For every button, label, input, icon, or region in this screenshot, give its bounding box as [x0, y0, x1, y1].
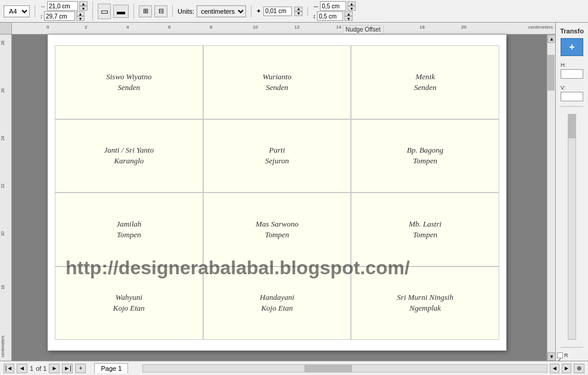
label-text-3: Janti / Sri YantoKaranglo	[104, 145, 154, 166]
ruler-h-8: 8	[210, 24, 212, 30]
label-cell-10[interactable]: HandayaniKojo Etan	[203, 266, 351, 340]
h-scroll-thumb[interactable]	[304, 365, 352, 372]
add-btn[interactable]: +	[561, 38, 583, 56]
nudge-y-down[interactable]: ▼	[344, 16, 353, 21]
nudge-x-arrows: ▲ ▼	[347, 1, 356, 11]
label-text-10: HandayaniKojo Etan	[260, 292, 294, 314]
h-input[interactable]	[561, 69, 583, 79]
nudge-y-up[interactable]: ▲	[344, 11, 353, 16]
label-cell-6[interactable]: JamilahTompen	[55, 193, 203, 266]
first-page-btn[interactable]: |◄	[4, 364, 14, 373]
ruler-left-ticks: 28 26 24 22 20 18 centimeters	[0, 35, 12, 375]
canvas-area: 0 2 4 6 8 10 12 14 16 18 20 centimeters …	[12, 23, 555, 375]
nudge-xy-box: ↔ ▲ ▼ ↕ ▲ ▼	[313, 1, 356, 21]
label-text-1: WuriantoSenden	[263, 72, 291, 93]
portrait-btn[interactable]: ▭	[98, 4, 111, 19]
scroll-up-btn[interactable]: ▲	[547, 35, 555, 43]
nudge-group: ✦ ▲ ▼	[256, 7, 308, 16]
width-up-arrow[interactable]: ▲	[79, 1, 88, 6]
panel-scroll-thumb[interactable]	[568, 114, 575, 138]
label-text-8: Mb. LastriTompen	[409, 219, 441, 240]
canvas-vscrollbar[interactable]: ▲ ▼	[547, 35, 555, 361]
height-up-arrow[interactable]: ▲	[76, 11, 85, 16]
label-text-7: Mas SarwonoTompen	[256, 219, 298, 240]
label-cell-9[interactable]: WahyuniKojo Etan	[55, 266, 203, 340]
v-input[interactable]	[561, 92, 583, 101]
main-area: 28 26 24 22 20 18 centimeters 0 2 4 6 8 …	[0, 23, 588, 375]
label-text-4: PartiSejuron	[265, 145, 289, 166]
label-text-6: JamilahTompen	[116, 219, 141, 240]
ruler-left-24: 24	[1, 136, 5, 141]
landscape-btn[interactable]: ▬	[113, 5, 129, 18]
panel-divider2	[561, 347, 583, 348]
ruler-h-4: 4	[126, 24, 129, 30]
scroll-thumb[interactable]	[547, 55, 555, 91]
cm-label-top: centimeters	[528, 24, 553, 30]
dimensions-group: ↔ ▲ ▼ ↕ ▲ ▼	[40, 1, 93, 21]
nudge-up-arrow[interactable]: ▲	[294, 7, 303, 11]
height-down-arrow[interactable]: ▼	[76, 16, 85, 21]
ruler-left: 28 26 24 22 20 18 centimeters	[0, 23, 12, 375]
label-text-9: WahyuniKojo Etan	[113, 292, 145, 314]
total-pages: of 1	[36, 365, 46, 372]
next-page-btn[interactable]: ►	[49, 364, 60, 373]
units-select[interactable]: centimeters	[197, 5, 246, 17]
zoom-fit-btn[interactable]: ⊕	[574, 364, 584, 373]
label-cell-3[interactable]: Janti / Sri YantoKaranglo	[55, 119, 203, 193]
last-page-btn[interactable]: ►|	[62, 364, 73, 373]
height-arrows: ▲ ▼	[76, 11, 85, 21]
v-label: V:	[561, 85, 583, 91]
page-orient-group: ▭ ▬	[98, 4, 134, 19]
ruler-h-6: 6	[168, 24, 170, 30]
prev-page-btn[interactable]: ◄	[17, 364, 27, 373]
checkbox-r[interactable]	[557, 352, 563, 358]
units-group: Units: centimeters	[178, 5, 251, 17]
width-input[interactable]	[47, 1, 78, 11]
right-panel: Transfo + H: V: R	[555, 23, 588, 375]
h-field: H:	[561, 62, 583, 79]
nudge-x-up[interactable]: ▲	[347, 1, 356, 6]
scroll-track[interactable]	[547, 43, 555, 352]
nudge-x-down[interactable]: ▼	[347, 6, 356, 11]
label-cell-8[interactable]: Mb. LastriTompen	[351, 193, 499, 266]
cm-label-side: centimeters	[1, 336, 5, 357]
checkbox-r-label: R	[564, 352, 568, 358]
page-size-group: A4	[4, 5, 35, 17]
add-page-btn[interactable]: +	[75, 364, 86, 373]
panel-vscrollbar[interactable]	[568, 114, 576, 340]
nudge-x-input[interactable]	[320, 1, 346, 11]
scroll-down-btn[interactable]: ▼	[547, 352, 555, 361]
ruler-left-26: 26	[1, 88, 5, 93]
nudge-y-input[interactable]	[317, 11, 343, 21]
status-bar: |◄ ◄ 1 of 1 ► ►| + Page 1 ◄ ► ⊕	[0, 361, 588, 375]
zoom-in-btn[interactable]: ►	[562, 364, 571, 373]
width-down-arrow[interactable]: ▼	[79, 6, 88, 11]
zoom-out-btn[interactable]: ◄	[550, 364, 559, 373]
h-scrollbar[interactable]	[142, 364, 547, 373]
nudge-arrows: ▲ ▼	[294, 7, 303, 16]
label-cell-7[interactable]: Mas SarwonoTompen	[203, 193, 351, 266]
width-row: ↔ ▲ ▼	[40, 1, 88, 11]
width-arrows: ▲ ▼	[79, 1, 88, 11]
ruler-h-10: 10	[253, 24, 258, 30]
height-row: ↕ ▲ ▼	[40, 11, 88, 21]
label-cell-5[interactable]: Bp. BagongTompen	[351, 119, 499, 193]
label-text-2: MenikSenden	[414, 72, 437, 93]
page-tab[interactable]: Page 1	[94, 363, 128, 373]
nudge-input[interactable]	[263, 7, 292, 16]
label-cell-0[interactable]: Siswo WiyatnoSenden	[55, 45, 203, 119]
dimensions-box: ↔ ▲ ▼ ↕ ▲ ▼	[40, 1, 88, 21]
nudge-down-arrow[interactable]: ▼	[294, 11, 303, 16]
ruler-h-2: 2	[85, 24, 87, 30]
height-input[interactable]	[44, 11, 75, 21]
label-cell-11[interactable]: Sri Murni NingsihNgemplak	[351, 266, 499, 340]
layout-btn1[interactable]: ⊞	[139, 5, 152, 17]
label-cell-4[interactable]: PartiSejuron	[203, 119, 351, 193]
ruler-corner	[0, 23, 12, 35]
layout-btn2[interactable]: ⊟	[154, 5, 167, 17]
nudge-offset-label: Nudge Offset	[343, 25, 384, 34]
page-size-select[interactable]: A4	[4, 5, 30, 17]
label-cell-2[interactable]: MenikSenden	[351, 45, 499, 119]
label-cell-1[interactable]: WuriantoSenden	[203, 45, 351, 119]
ruler-h-14: 14	[336, 24, 341, 30]
